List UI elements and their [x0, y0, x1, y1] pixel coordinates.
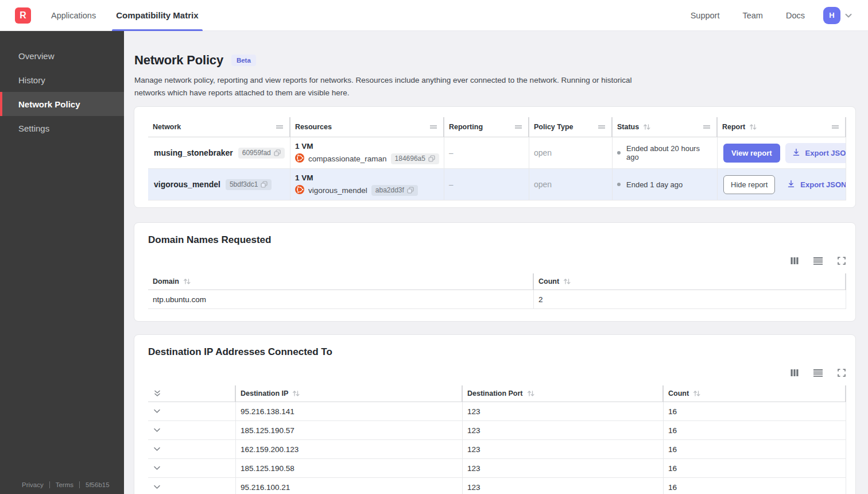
chevron-down-icon[interactable] [153, 465, 161, 471]
docs-link[interactable]: Docs [786, 11, 805, 20]
domain-value: ntp.ubuntu.com [148, 290, 534, 308]
destination-ips-card: Destination IP Addresses Connected To [134, 334, 856, 494]
destination-port-value: 123 [463, 478, 664, 494]
table-row[interactable]: 162.159.200.123 123 16 [148, 440, 846, 459]
status-dot [617, 183, 621, 186]
fullscreen-icon[interactable] [837, 256, 846, 265]
tab-applications[interactable]: Applications [51, 0, 96, 31]
table-row[interactable]: 185.125.190.58 123 16 [148, 459, 846, 478]
copy-icon[interactable] [274, 149, 281, 156]
sidebar-item-settings[interactable]: Settings [0, 116, 124, 140]
hide-report-button[interactable]: Hide report [723, 175, 775, 194]
column-header-reporting: Reporting [449, 123, 483, 131]
destination-ip-value: 95.216.100.21 [236, 478, 463, 494]
drag-handle-icon[interactable] [703, 124, 711, 130]
count-value: 16 [664, 421, 846, 439]
card-title: Destination IP Addresses Connected To [148, 346, 846, 358]
table-row[interactable]: ntp.ubuntu.com 2 [148, 290, 846, 309]
column-header-count: Count [668, 389, 689, 397]
export-json-button[interactable]: Export JSON [780, 175, 846, 195]
chevron-down-icon[interactable] [153, 427, 161, 433]
chevron-down-icon[interactable] [153, 408, 161, 414]
network-id-badge: 5bdf3dc1 [226, 179, 272, 190]
footer-divider [49, 481, 50, 488]
drag-handle-icon[interactable] [276, 124, 284, 130]
copy-icon[interactable] [428, 155, 435, 162]
column-header-count: Count [538, 277, 559, 285]
footer-divider [79, 481, 80, 488]
download-icon [792, 148, 800, 158]
topbar-right: Support Team Docs H [668, 7, 853, 24]
network-name: musing_stonebraker [154, 148, 233, 157]
status-text: Ended 1 day ago [626, 180, 683, 189]
reporting-value: – [444, 169, 529, 200]
destination-port-value: 123 [463, 402, 664, 420]
download-icon [787, 180, 795, 190]
networks-table-header: Network Resources Reporting [148, 117, 846, 137]
column-header-policy-type: Policy Type [534, 123, 574, 131]
vm-count: 1 VM [295, 142, 313, 150]
fullscreen-icon[interactable] [837, 368, 846, 377]
drag-handle-icon[interactable] [514, 124, 522, 130]
vm-name: compassionate_raman [308, 155, 387, 163]
destination-port-value: 123 [463, 459, 664, 477]
ubuntu-icon [295, 185, 304, 196]
copy-icon[interactable] [407, 187, 414, 194]
double-chevron-down-icon[interactable] [153, 389, 162, 398]
rows-icon[interactable] [813, 368, 823, 377]
user-menu[interactable]: H [823, 7, 853, 24]
active-tab-underline [112, 29, 202, 31]
drag-handle-icon[interactable] [831, 124, 839, 130]
table-row[interactable]: 95.216.138.141 123 16 [148, 402, 846, 421]
drag-handle-icon[interactable] [429, 124, 437, 130]
column-header-network: Network [153, 123, 181, 131]
rows-icon[interactable] [813, 256, 823, 265]
sidebar-item-overview[interactable]: Overview [0, 44, 124, 68]
column-header-status: Status [617, 123, 639, 131]
domains-table-header: Domain Count [148, 273, 846, 290]
brand-r-icon[interactable]: R [15, 7, 31, 24]
support-link[interactable]: Support [691, 11, 720, 20]
status-text: Ended about 20 hours ago [626, 144, 711, 161]
domain-names-card: Domain Names Requested Domain [134, 222, 856, 322]
columns-icon[interactable] [790, 368, 799, 377]
sidebar-footer: Privacy Terms 5f56b15 [0, 481, 124, 494]
sidebar-item-history[interactable]: History [0, 68, 124, 92]
top-bar: R Applications Compatibility Matrix Supp… [0, 0, 868, 31]
chevron-down-icon[interactable] [153, 446, 161, 452]
table-row[interactable]: vigorous_mendel 5bdf3dc1 1 VM vigor [148, 169, 846, 200]
view-report-button[interactable]: View report [723, 144, 780, 163]
count-value: 16 [664, 402, 846, 420]
sort-arrows-icon[interactable] [183, 278, 192, 285]
table-row[interactable]: musing_stonebraker 60959fad 1 VM co [148, 137, 846, 169]
vm-count: 1 VM [295, 173, 313, 182]
table-row[interactable]: 185.125.190.57 123 16 [148, 421, 846, 440]
sort-arrows-icon[interactable] [526, 390, 536, 397]
page-title: Network Policy [134, 53, 223, 68]
team-link[interactable]: Team [742, 11, 762, 20]
columns-icon[interactable] [790, 256, 799, 265]
sidebar-item-network-policy[interactable]: Network Policy [0, 92, 124, 116]
terms-link[interactable]: Terms [56, 481, 73, 488]
sort-arrows-icon[interactable] [749, 124, 758, 130]
table-row[interactable]: 95.216.100.21 123 16 [148, 478, 846, 494]
vm-name: vigorous_mendel [308, 186, 367, 195]
export-json-button[interactable]: Export JSON [785, 143, 846, 163]
destination-port-value: 123 [463, 421, 664, 439]
sort-arrows-icon[interactable] [292, 390, 301, 397]
destination-ip-value: 185.125.190.57 [236, 421, 463, 439]
sort-arrows-icon[interactable] [563, 278, 572, 285]
page-description: Manage network policy, reporting and vie… [134, 74, 640, 99]
copy-icon[interactable] [261, 181, 268, 188]
count-value: 2 [534, 290, 846, 308]
sort-arrows-icon[interactable] [642, 124, 652, 130]
network-id-badge: 60959fad [238, 148, 285, 159]
sort-arrows-icon[interactable] [692, 390, 702, 397]
tab-compatibility-matrix[interactable]: Compatibility Matrix [116, 0, 198, 31]
policy-type-value: open [529, 137, 613, 168]
card-title: Domain Names Requested [148, 234, 846, 246]
chevron-down-icon [844, 11, 853, 20]
drag-handle-icon[interactable] [598, 124, 606, 130]
chevron-down-icon[interactable] [153, 484, 161, 490]
privacy-link[interactable]: Privacy [22, 481, 44, 488]
